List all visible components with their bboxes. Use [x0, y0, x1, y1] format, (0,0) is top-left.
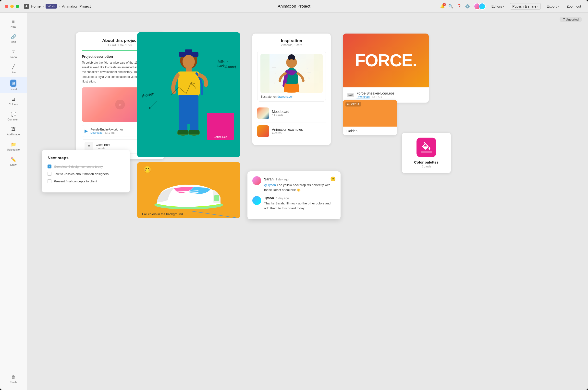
home-icon[interactable]: [24, 4, 29, 9]
minimize-button[interactable]: [10, 5, 14, 8]
sidebar-item-note[interactable]: ≡ Note: [0, 17, 27, 31]
breadcrumb-home[interactable]: Home: [31, 4, 41, 8]
task-2-label: Talk to Jessica about motion designers: [54, 172, 108, 176]
illustrator-image: [261, 54, 323, 93]
tyson-name: Tyson: [264, 196, 274, 200]
svg-point-27: [275, 73, 276, 74]
sarah-mention: @Tyson: [264, 183, 276, 187]
close-button[interactable]: [5, 5, 8, 8]
animation-card-bottom: 😊: [137, 162, 240, 218]
video-file-icon: ▶: [85, 128, 88, 134]
force-card: FORCE. raw Force-Sneaker-Logo.eps Downlo…: [343, 34, 429, 102]
inspiration-card: Inspiration 2 boards, 1 card: [252, 34, 331, 145]
force-download-link[interactable]: Download: [357, 95, 370, 99]
breadcrumb-sep2: ›: [59, 4, 60, 8]
sidebar-comment-label: Comment: [8, 118, 19, 121]
titlebar-icons: 🔔 0 🔍 ❓ ⚙️: [440, 4, 470, 8]
tyson-comment-header: Tyson 1 day ago: [264, 196, 336, 200]
search-icon[interactable]: 🔍: [448, 4, 453, 8]
sidebar-item-draw[interactable]: ✏️ Draw: [0, 154, 27, 169]
moodboard-thumb: [257, 107, 269, 119]
canvas[interactable]: 7 Unsorted About this project 1 card, 1 …: [27, 13, 588, 390]
sidebar-item-todo[interactable]: ☑ To-do: [0, 47, 27, 61]
notification-count: 0: [443, 3, 446, 6]
woman-figure-svg: [269, 54, 314, 93]
sidebar-item-upload[interactable]: 📁 Upload file: [0, 139, 27, 153]
help-icon[interactable]: ❓: [457, 4, 462, 8]
export-button[interactable]: Export ▾: [545, 3, 561, 9]
sidebar-trash[interactable]: 🗑 Trash: [8, 372, 19, 386]
illustrator-card: Illustrator on drawers.com: [257, 51, 326, 101]
avatar-2[interactable]: [479, 3, 485, 10]
svg-point-4: [183, 55, 195, 69]
sidebar-item-board[interactable]: ⊞ Board: [0, 77, 27, 93]
settings-icon[interactable]: ⚙️: [465, 4, 470, 8]
sidebar-item-link[interactable]: 🔗 Link: [0, 32, 27, 46]
task-2[interactable]: Talk to Jessica about motion designers: [48, 172, 124, 176]
animation-examples-count: 4 cards: [272, 132, 303, 135]
task-1-checkbox[interactable]: ✓: [48, 164, 52, 168]
animation-examples-title: Animation examples: [272, 128, 303, 132]
task-3-checkbox[interactable]: [48, 179, 52, 183]
animation-card-top: shorten hills inbackground Cerise Red: [137, 32, 240, 157]
smiley-annotation: 😊: [143, 165, 152, 174]
svg-line-22: [191, 211, 240, 218]
fullscreen-button[interactable]: [16, 5, 19, 8]
sidebar-item-add-image[interactable]: 🖼 Add image: [0, 124, 27, 138]
force-file-info: Force-Sneaker-Logo.eps Download · 441 KB: [357, 91, 394, 99]
next-steps-card: Next steps ✓ Complete 3 design concepts …: [42, 150, 130, 193]
board-animation-examples[interactable]: Animation examples 4 cards: [257, 122, 326, 140]
sidebar: ≡ Note 🔗 Link ☑ To-do ╱ Line ⊞ Board ⊟ C…: [0, 13, 27, 390]
breadcrumb-sep1: ›: [43, 4, 44, 8]
svg-rect-13: [189, 130, 199, 134]
todo-icon: ☑: [11, 49, 15, 55]
sidebar-item-comment[interactable]: 💬 Comment: [0, 109, 27, 123]
drawers-link[interactable]: drawers.com: [277, 95, 294, 98]
sarah-emoji-react[interactable]: 🙂: [330, 176, 336, 182]
sarah-comment-text: @Tyson The yellow backdrop fits perfectl…: [264, 183, 336, 192]
animation-examples-info: Animation examples 4 cards: [272, 128, 303, 135]
comment-tyson-row: Tyson 1 day ago Thanks Sarah. I'll mock …: [252, 196, 336, 211]
task-2-checkbox[interactable]: [48, 172, 52, 176]
publish-share-button[interactable]: Publish & share ▾: [510, 3, 541, 9]
inspiration-title: Inspiration: [257, 39, 326, 43]
upload-icon: 📁: [11, 142, 16, 147]
sarah-time: 1 day ago: [276, 178, 289, 181]
handwritten-shorten: shorten: [141, 91, 155, 99]
editors-button[interactable]: Editors ▾: [489, 3, 506, 9]
breadcrumb-project[interactable]: Animation Project: [62, 4, 91, 8]
svg-rect-6: [178, 71, 200, 96]
download-link[interactable]: Download: [90, 131, 103, 134]
moodboard-info: Moodboard 11 cards: [272, 110, 289, 117]
figure-container: shorten hills inbackground Cerise Red: [137, 32, 240, 157]
color-palettes-card: Color palettes 5 cards: [402, 133, 451, 173]
board-moodboard[interactable]: Moodboard 11 cards: [257, 104, 326, 122]
moodboard-title: Moodboard: [272, 110, 289, 114]
notifications-icon[interactable]: 🔔 0: [440, 4, 445, 8]
sidebar-draw-label: Draw: [10, 163, 17, 166]
task-3-label: Present final concepts to client: [54, 179, 97, 183]
sidebar-item-column[interactable]: ⊟ Column: [0, 94, 27, 108]
illustrator-credit: Illustrator on drawers.com: [261, 95, 323, 98]
svg-point-29: [308, 77, 310, 79]
task-1[interactable]: ✓ Complete 3 design concepts today: [48, 164, 124, 168]
zoom-out-button[interactable]: Zoom out: [565, 3, 583, 9]
trash-icon: 🗑: [11, 375, 16, 380]
sidebar-add-image-label: Add image: [7, 133, 20, 136]
sidebar-trash-label: Trash: [10, 381, 17, 384]
golden-hex: #F79234: [345, 102, 361, 106]
sidebar-upload-label: Upload file: [7, 148, 20, 151]
draw-icon: ✏️: [11, 157, 16, 162]
doc-info: Client Brief 0 words: [96, 143, 110, 149]
task-3[interactable]: Present final concepts to client: [48, 179, 124, 183]
next-steps-title: Next steps: [48, 156, 124, 161]
sarah-avatar: [252, 176, 261, 185]
force-card-image: FORCE.: [343, 34, 429, 87]
sidebar-item-line[interactable]: ╱ Line: [0, 62, 27, 76]
doc-name: Client Brief: [96, 143, 110, 147]
avatar-group: [474, 3, 485, 10]
breadcrumb-work[interactable]: Work: [46, 4, 57, 8]
doc-meta: 0 words: [96, 147, 110, 149]
sneaker-label: Fall colors in the background: [142, 212, 183, 216]
sidebar-column-label: Column: [9, 103, 18, 106]
